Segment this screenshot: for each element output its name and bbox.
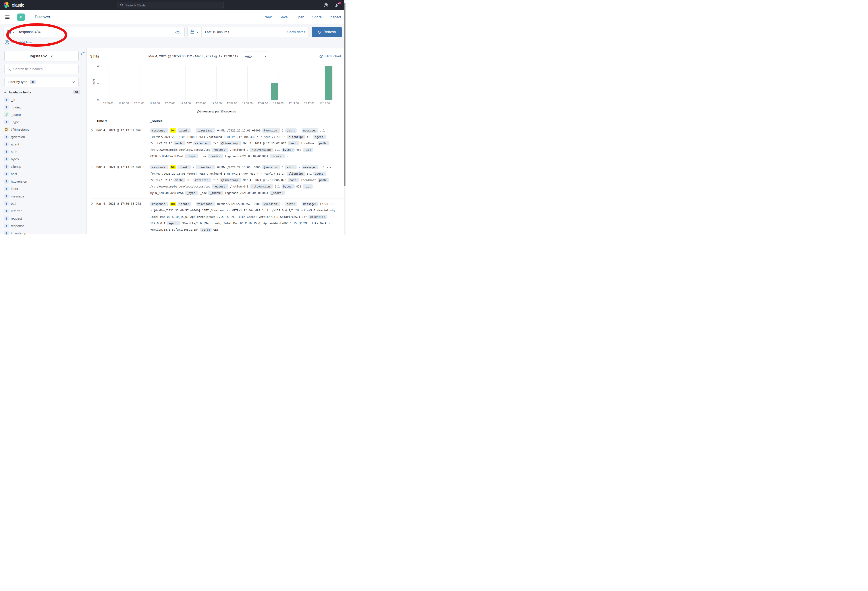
- expand-row-icon[interactable]: [90, 201, 96, 205]
- index-pattern-name: logstash-*: [30, 54, 47, 58]
- field-item-request[interactable]: trequest: [0, 215, 87, 222]
- x-tick-label: 17:13:00: [320, 102, 330, 105]
- table-row: Mar 4, 2021 @ 17:13:07.876response: 404 …: [90, 125, 345, 162]
- field-pill: _id:: [303, 185, 313, 189]
- expand-row-icon[interactable]: [90, 164, 96, 168]
- filter-icon[interactable]: [4, 40, 9, 45]
- time-column-header[interactable]: Time: [96, 119, 150, 123]
- field-pill: _id:: [303, 148, 313, 152]
- nav-action-new[interactable]: New: [264, 15, 272, 19]
- x-tick-label: 17:07:00: [227, 102, 237, 105]
- time-column-label: Time: [96, 119, 104, 123]
- add-filter-button[interactable]: + Add filter: [16, 40, 32, 44]
- nav-action-open[interactable]: Open: [296, 15, 304, 19]
- query-language-button[interactable]: KQL: [171, 29, 181, 35]
- collapse-sidebar-icon[interactable]: [80, 52, 85, 56]
- field-item-host[interactable]: thost: [0, 170, 87, 178]
- plot-area[interactable]: 012: [100, 66, 332, 100]
- field-pill: host:: [288, 141, 300, 145]
- interval-select[interactable]: Auto: [242, 52, 270, 61]
- logo-text: elastic: [12, 3, 24, 8]
- nav-action-inspect[interactable]: Inspect: [329, 15, 341, 19]
- field-type-text-icon: t: [4, 157, 9, 161]
- query-text[interactable]: response:404: [19, 30, 40, 34]
- row-source: response: 404 ident: - timestamp: 04/Mar…: [150, 127, 345, 160]
- field-pill: agent:: [167, 221, 180, 225]
- x-axis-label: @timestamp per 30 seconds: [100, 110, 332, 113]
- global-search-input[interactable]: Search Elastic: [118, 2, 224, 9]
- field-pill: verb:: [174, 141, 185, 145]
- field-pill: message:: [302, 129, 318, 133]
- field-pill: host:: [288, 178, 300, 182]
- field-item-agent[interactable]: tagent: [0, 140, 87, 148]
- highlighted-value: 404: [170, 129, 176, 133]
- field-item-_score[interactable]: #_score: [0, 111, 87, 118]
- field-item-message[interactable]: tmessage: [0, 192, 87, 200]
- table-header: Time _source: [90, 118, 345, 125]
- field-item-clientip[interactable]: tclientip: [0, 163, 87, 170]
- scrollbar[interactable]: [344, 0, 345, 235]
- field-name: _index: [11, 105, 21, 109]
- nav-action-save[interactable]: Save: [279, 15, 288, 19]
- field-pill: verb:: [200, 228, 212, 232]
- field-item-_id[interactable]: t_id: [0, 96, 87, 103]
- filter-by-type-select[interactable]: Filter by type 0: [4, 77, 78, 87]
- hide-chart-button[interactable]: Hide chart: [319, 54, 341, 58]
- field-pill: clientip:: [287, 171, 305, 176]
- query-input[interactable]: response:404 KQL: [3, 27, 185, 37]
- nav-action-share[interactable]: Share: [312, 15, 322, 19]
- field-item-timestamp[interactable]: ttimestamp: [0, 229, 87, 235]
- field-item-referrer[interactable]: treferrer: [0, 207, 87, 215]
- field-item-httpversion[interactable]: thttpversion: [0, 178, 87, 185]
- field-type-text-icon: t: [4, 120, 9, 124]
- expand-row-icon[interactable]: [90, 127, 96, 132]
- field-item-@version[interactable]: t@version: [0, 133, 87, 141]
- field-pill: timestamp:: [196, 129, 216, 133]
- page-title: Discover: [35, 15, 50, 19]
- interval-value: Auto: [245, 55, 252, 58]
- x-tick-label: 17:12:00: [304, 102, 314, 105]
- field-item-path[interactable]: tpath: [0, 200, 87, 207]
- refresh-button[interactable]: Refresh: [311, 27, 342, 37]
- time-picker[interactable]: Last 15 minutes Show dates: [187, 27, 309, 37]
- field-item-@timestamp[interactable]: @timestamp: [0, 126, 87, 133]
- histogram-bar[interactable]: [325, 66, 332, 100]
- global-header: elastic Search Elastic: [0, 0, 345, 10]
- time-range-value[interactable]: Last 15 minutes: [205, 30, 229, 34]
- field-item-response[interactable]: tresponse: [0, 222, 87, 230]
- field-item-auth[interactable]: tauth: [0, 148, 87, 156]
- x-tick-label: 17:05:00: [196, 102, 206, 105]
- field-search-input[interactable]: Search field names: [4, 64, 78, 74]
- scrollbar-thumb[interactable]: [344, 3, 345, 186]
- available-fields-header[interactable]: Available fields 20: [3, 90, 80, 94]
- show-dates-button[interactable]: Show dates: [287, 30, 305, 34]
- newsfeed-icon[interactable]: [335, 3, 340, 7]
- field-pill: httpversion:: [250, 148, 273, 152]
- field-item-bytes[interactable]: tbytes: [0, 155, 87, 163]
- main-area: logstash-* Search field names Filter by …: [0, 48, 345, 234]
- documents-table: Time _source Mar 4, 2021 @ 17:13:07.876r…: [87, 118, 345, 234]
- filter-by-type-label: Filter by type: [8, 80, 27, 84]
- field-list: t_idt_index#_scoret_type@timestampt@vers…: [0, 95, 87, 235]
- field-item-_index[interactable]: t_index: [0, 103, 87, 111]
- histogram-bar[interactable]: [271, 83, 278, 100]
- saved-query-icon[interactable]: [7, 30, 11, 34]
- field-pill: _index:: [208, 154, 223, 158]
- x-gridline: [232, 66, 232, 100]
- field-pill: path:: [317, 178, 329, 182]
- field-item-_type[interactable]: t_type: [0, 118, 87, 126]
- index-pattern-select[interactable]: logstash-*: [4, 51, 78, 61]
- highlighted-value: 404: [170, 165, 176, 169]
- help-icon[interactable]: [323, 3, 328, 7]
- field-name: _score: [11, 113, 21, 117]
- chevron-down-icon[interactable]: [12, 31, 15, 34]
- field-item-ident[interactable]: tident: [0, 185, 87, 192]
- hits-total: 3 hits: [90, 54, 99, 58]
- menu-icon[interactable]: [4, 15, 11, 20]
- elastic-logo[interactable]: elastic: [3, 2, 24, 9]
- field-pill: @version:: [262, 202, 280, 206]
- discover-content: 3 hits Mar 4, 2021 @ 16:58:30.112 - Mar …: [87, 48, 345, 234]
- field-pill: auth:: [285, 165, 297, 169]
- time-picker-quick-menu[interactable]: [187, 27, 202, 37]
- x-tick-label: 17:10:00: [273, 102, 283, 105]
